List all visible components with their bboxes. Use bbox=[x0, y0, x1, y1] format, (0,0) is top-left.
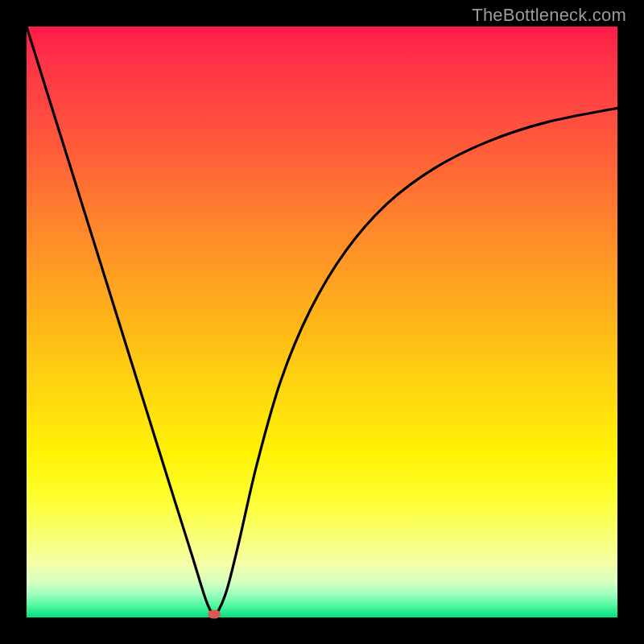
plot-area bbox=[27, 27, 617, 617]
branding-text: TheBottleneck.com bbox=[472, 5, 626, 26]
bottleneck-curve-path bbox=[27, 27, 617, 614]
chart-frame: TheBottleneck.com bbox=[0, 0, 644, 644]
minimum-marker bbox=[208, 609, 221, 618]
curve-svg bbox=[27, 27, 617, 617]
